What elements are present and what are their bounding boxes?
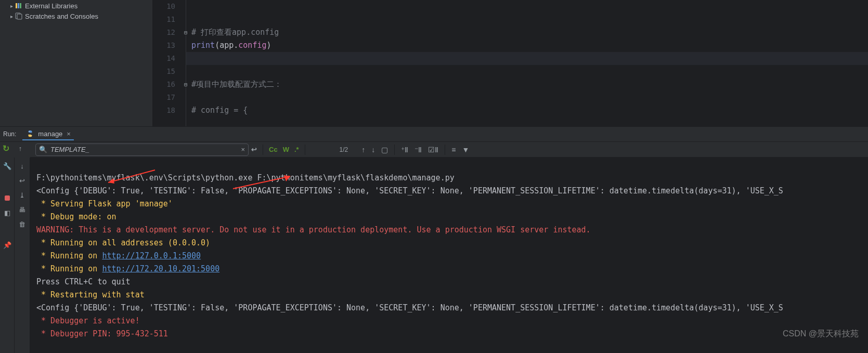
print-icon[interactable]: 🖶 bbox=[17, 203, 28, 216]
code-line: print(app.config) bbox=[186, 39, 868, 52]
run-side-toolbar: 🔧 ◧ 📌 bbox=[0, 158, 15, 353]
code-line bbox=[186, 0, 868, 13]
url-link[interactable]: http://172.20.10.201:5000 bbox=[102, 264, 219, 273]
console-line: * Debugger PIN: 995-432-511 bbox=[36, 329, 168, 338]
code-content[interactable]: ⊟# 打印查看app.config print(app.config) ⊟#项目… bbox=[186, 0, 868, 126]
svg-rect-4 bbox=[17, 14, 22, 19]
console-line: * Debug mode: on bbox=[36, 212, 116, 221]
python-file-icon bbox=[27, 129, 35, 138]
select-all-icon[interactable]: ☑Ⅱ bbox=[425, 146, 442, 154]
open-in-new-icon[interactable]: ▢ bbox=[378, 146, 391, 154]
console-line: <Config {'DEBUG': True, 'TESTING': False… bbox=[36, 303, 783, 312]
url-link[interactable]: http://127.0.0.1:5000 bbox=[102, 251, 201, 260]
svg-rect-2 bbox=[20, 3, 21, 8]
svg-rect-0 bbox=[16, 3, 17, 8]
console-output[interactable]: F:\pythonitems\myflask\.env\Scripts\pyth… bbox=[30, 158, 868, 353]
code-line: ⊟#项目中加载配置方式二： bbox=[186, 78, 868, 91]
separator bbox=[445, 145, 445, 155]
line-number: 14 bbox=[153, 52, 175, 65]
tree-item-label: Scratches and Consoles bbox=[25, 12, 98, 20]
code-line bbox=[186, 13, 868, 26]
code-editor[interactable]: 10 11 12 13 14 15 16 17 18 ⊟# 打印查看app.co… bbox=[153, 0, 868, 126]
console-line: * Debugger is active! bbox=[36, 316, 140, 325]
console-line: * Serving Flask app 'manage' bbox=[36, 199, 173, 208]
scratches-icon bbox=[15, 12, 23, 20]
regex-toggle[interactable]: .* bbox=[292, 146, 302, 153]
code-line: # config = { bbox=[186, 104, 868, 117]
run-actions-left: ↻ bbox=[0, 142, 15, 158]
line-number-gutter: 10 11 12 13 14 15 16 17 18 bbox=[153, 0, 186, 126]
match-case-toggle[interactable]: Cc bbox=[266, 146, 280, 153]
layout-icon[interactable]: ◧ bbox=[2, 206, 13, 219]
svg-point-5 bbox=[29, 131, 30, 132]
tree-item-label: External Libraries bbox=[25, 2, 77, 10]
chevron-right-icon: ▸ bbox=[10, 14, 13, 19]
match-count-label: 1/2 bbox=[340, 146, 348, 153]
tree-item-scratches[interactable]: ▸ Scratches and Consoles bbox=[10, 11, 152, 21]
console-line: * Running on all addresses (0.0.0.0) bbox=[36, 238, 210, 247]
prev-match-icon[interactable]: ↑ bbox=[358, 146, 368, 154]
search-history-icon[interactable]: ↩ bbox=[249, 146, 260, 153]
separator bbox=[263, 145, 263, 155]
console-line: Press CTRL+C to quit bbox=[36, 277, 131, 286]
run-label: Run: bbox=[3, 130, 16, 138]
project-tree-panel[interactable]: ▸ External Libraries ▸ Scratches and Con… bbox=[0, 0, 153, 126]
code-line bbox=[186, 65, 868, 78]
nav-up-button[interactable]: ↑ bbox=[15, 142, 30, 158]
console-line: * Running on http://172.20.10.201:5000 bbox=[36, 264, 219, 273]
console-line: * Restarting with stat bbox=[36, 290, 145, 299]
console-search-input[interactable]: 🔍 × bbox=[35, 143, 249, 156]
run-tab-label: manage bbox=[38, 130, 62, 138]
clear-search-icon[interactable]: × bbox=[241, 146, 245, 153]
tree-item-external-libraries[interactable]: ▸ External Libraries bbox=[10, 1, 152, 11]
next-match-icon[interactable]: ↓ bbox=[368, 146, 378, 154]
line-number: 12 bbox=[153, 26, 175, 39]
arrow-down-icon[interactable]: ↓ bbox=[17, 160, 28, 172]
add-selection-icon[interactable]: ⁺Ⅱ bbox=[398, 146, 411, 154]
close-tab-icon[interactable]: × bbox=[67, 130, 71, 138]
scroll-to-end-icon[interactable]: ⤓ bbox=[17, 189, 28, 201]
run-tab-manage[interactable]: manage × bbox=[22, 128, 74, 140]
line-number: 16 bbox=[153, 78, 175, 91]
code-line bbox=[186, 91, 868, 104]
console-warning-line: WARNING: This is a development server. D… bbox=[36, 225, 591, 234]
toggle-filter-icon[interactable]: ≡ bbox=[448, 146, 459, 154]
trash-icon[interactable]: 🗑 bbox=[17, 218, 28, 230]
stop-icon[interactable] bbox=[2, 192, 13, 204]
line-number: 13 bbox=[153, 39, 175, 52]
line-number: 10 bbox=[153, 0, 175, 13]
console-line: * Running on http://127.0.0.1:5000 bbox=[36, 251, 201, 260]
words-toggle[interactable]: W bbox=[280, 146, 292, 153]
settings-icon[interactable]: 🔧 bbox=[2, 160, 13, 172]
search-text-field[interactable] bbox=[50, 146, 239, 153]
code-line-current bbox=[186, 52, 868, 65]
svg-point-6 bbox=[31, 136, 31, 136]
rerun-icon[interactable]: ↻ bbox=[0, 142, 11, 155]
console-line: F:\pythonitems\myflask\.env\Scripts\pyth… bbox=[36, 173, 455, 182]
run-tool-window-tabs: Run: manage × bbox=[0, 126, 868, 142]
chevron-right-icon: ▸ bbox=[10, 3, 13, 9]
separator bbox=[305, 145, 305, 155]
remove-selection-icon[interactable]: ⁻Ⅱ bbox=[411, 146, 425, 154]
line-number: 11 bbox=[153, 13, 175, 26]
separator bbox=[394, 145, 395, 155]
line-number: 18 bbox=[153, 104, 175, 117]
code-line: ⊟# 打印查看app.config bbox=[186, 26, 868, 39]
line-number: 17 bbox=[153, 91, 175, 104]
soft-wrap-icon[interactable]: ↩ bbox=[17, 174, 28, 187]
fold-indicator-icon[interactable]: ⊟ bbox=[184, 78, 187, 91]
console-side-toolbar: ↓ ↩ ⤓ 🖶 🗑 bbox=[15, 158, 30, 353]
console-toolbar: ↻ ↑ 🔍 × ↩ Cc W .* 1/2 ↑ ↓ ▢ ⁺Ⅱ ⁻Ⅱ ☑Ⅱ ≡ ▼ bbox=[0, 142, 868, 158]
line-number: 15 bbox=[153, 65, 175, 78]
fold-indicator-icon[interactable]: ⊟ bbox=[184, 26, 187, 39]
filter-icon[interactable]: ▼ bbox=[459, 146, 472, 154]
library-icon bbox=[15, 2, 23, 10]
svg-rect-1 bbox=[18, 3, 19, 8]
pin-icon[interactable]: 📌 bbox=[2, 239, 13, 251]
search-icon: 🔍 bbox=[39, 146, 47, 153]
arrow-up-icon: ↑ bbox=[15, 142, 26, 155]
console-line: <Config {'DEBUG': True, 'TESTING': False… bbox=[36, 186, 783, 195]
